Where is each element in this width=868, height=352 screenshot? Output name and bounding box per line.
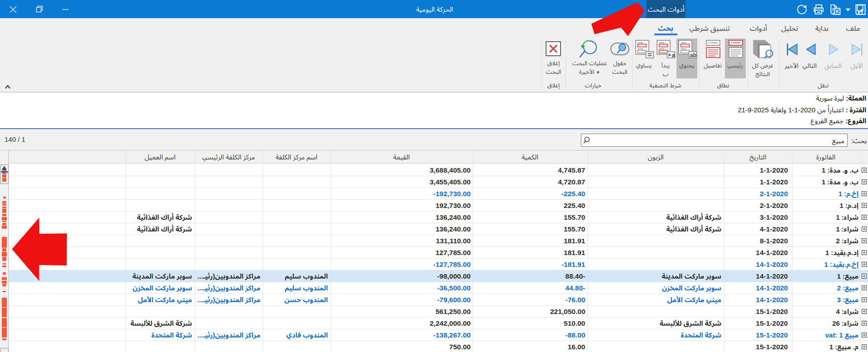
svg-text:a: a — [671, 52, 675, 58]
svg-text:ab: ab — [690, 52, 697, 58]
